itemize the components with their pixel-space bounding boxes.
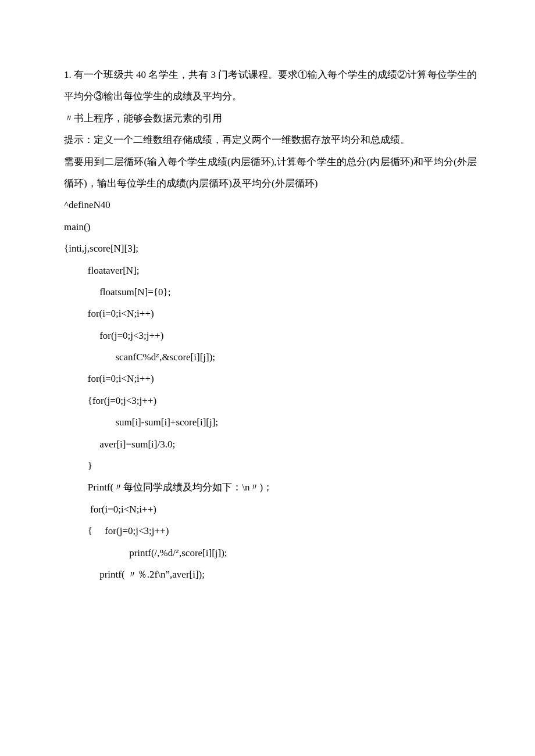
code-scanf: scanfC%dᶻ,&score[i][j]); — [64, 346, 477, 368]
code-printf-score: printf(/,%d/ᶻ,score[i][j]); — [64, 542, 477, 564]
hint-text-1: 提示：定义一个二维数组存储成绩，再定义两个一维数据存放平均分和总成绩。 — [64, 134, 410, 145]
code-brace-close-1: } — [64, 455, 477, 476]
hint-line-1: 提示：定义一个二维数组存储成绩，再定义两个一维数据存放平均分和总成绩。 — [64, 129, 477, 151]
code-aver: aver[i]=sum[i]/3.0; — [64, 433, 477, 455]
comment-text: 〃书上程序，能够会数据元素的引用 — [64, 113, 222, 124]
code-for-inner-3: { for(j=0;j<3;j++) — [64, 520, 477, 542]
code-for-outer-3: for(i=0;i<N;i++) — [64, 499, 477, 520]
code-decl-3: floatsum[N]={0}; — [64, 281, 477, 303]
comment-line: 〃书上程序，能够会数据元素的引用 — [64, 108, 477, 129]
code-printf-aver: printf( 〃％.2f\n”,aver[i]); — [64, 564, 477, 585]
code-printf-header: Printf(〃每位同学成绩及均分如下：\n〃)； — [64, 476, 477, 498]
problem-text: 1. 有一个班级共 40 名学生，共有 3 门考试课程。要求①输入每个学生的成绩… — [64, 69, 477, 102]
code-define: ^defineN40 — [64, 194, 477, 216]
document-page: 1. 有一个班级共 40 名学生，共有 3 门考试课程。要求①输入每个学生的成绩… — [0, 0, 535, 756]
code-main: main() — [64, 216, 477, 238]
code-decl-2: floataver[N]; — [64, 260, 477, 281]
code-for-outer-1: for(i=0;i<N;i++) — [64, 303, 477, 324]
code-sum: sum[i]-sum[i]+score[i][j]; — [64, 411, 477, 433]
code-decl-1: {inti,j,score[N][3]; — [64, 238, 477, 259]
hint-line-2: 需要用到二层循环(输入每个学生成绩(内层循环),计算每个学生的总分(内层循环)和… — [64, 151, 477, 195]
problem-statement: 1. 有一个班级共 40 名学生，共有 3 门考试课程。要求①输入每个学生的成绩… — [64, 64, 477, 108]
code-for-outer-2: for(i=0;i<N;i++) — [64, 368, 477, 389]
code-for-inner-1: for(j=0;j<3;j++) — [64, 325, 477, 346]
hint-text-2: 需要用到二层循环(输入每个学生成绩(内层循环),计算每个学生的总分(内层循环)和… — [64, 156, 477, 189]
code-for-inner-2: {for(j=0;j<3;j++) — [64, 390, 477, 411]
